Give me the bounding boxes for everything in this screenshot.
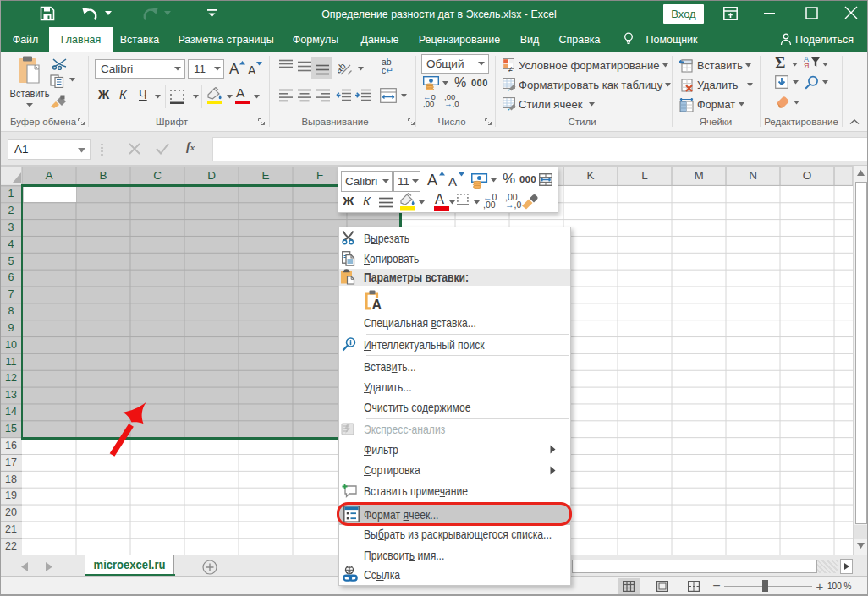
svg-text:≠: ≠ — [508, 65, 513, 73]
svg-text:A: A — [372, 298, 382, 310]
